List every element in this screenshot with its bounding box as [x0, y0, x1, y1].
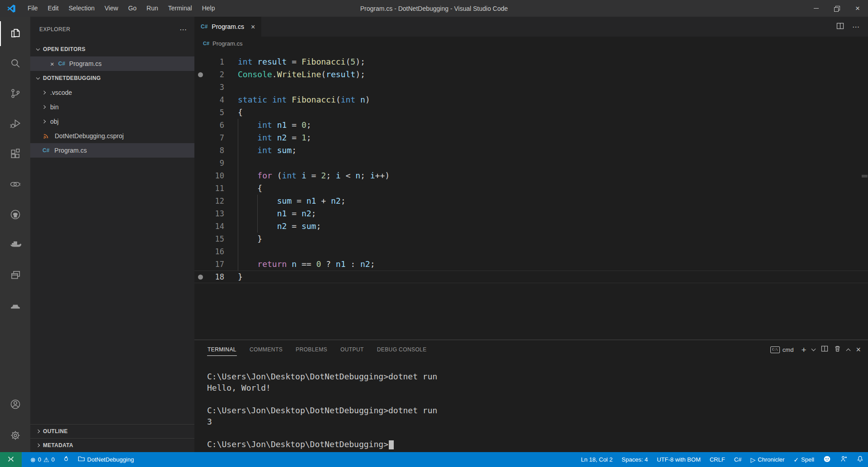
maximize-panel-icon[interactable] — [846, 348, 851, 353]
sidebar-item-obj[interactable]: obj — [30, 114, 194, 129]
breakpoint-gutter[interactable] — [194, 271, 206, 283]
breakpoint-gutter[interactable] — [194, 169, 206, 182]
panel-tab-problems[interactable]: PROBLEMS — [295, 342, 328, 357]
explorer-activity-button[interactable] — [0, 19, 30, 49]
outline-section-header[interactable]: OUTLINE — [30, 424, 194, 438]
code-line-17[interactable]: 17 return n == 0 ? n1 : n2; — [194, 258, 868, 271]
split-editor-icon[interactable] — [836, 23, 844, 31]
workspace-status[interactable]: DotNetDebugging — [74, 452, 138, 467]
panel-tab-terminal[interactable]: TERMINAL — [207, 342, 237, 357]
remote-indicator[interactable] — [0, 452, 22, 467]
code-line-10[interactable]: 10 for (int i = 2; i < n; i++) — [194, 169, 868, 182]
terminal-dropdown-icon[interactable] — [811, 347, 816, 351]
breakpoint-gutter[interactable] — [194, 220, 206, 233]
browser-preview-activity-button[interactable] — [0, 261, 30, 291]
menu-run[interactable]: Run — [142, 0, 163, 17]
breakpoint-gutter[interactable] — [194, 68, 206, 81]
workspace-section-header[interactable]: DOTNETDEBUGGING — [30, 71, 194, 85]
spell-status[interactable]: ✓ Spell — [789, 452, 819, 467]
chronicler-status[interactable]: ▷ Chronicler — [746, 452, 789, 467]
code-line-14[interactable]: 14 n2 = sum; — [194, 220, 868, 233]
breakpoint-gutter[interactable] — [194, 207, 206, 220]
breakpoint-gutter[interactable] — [194, 157, 206, 169]
accounts-button[interactable] — [0, 390, 30, 420]
notifications-status[interactable] — [852, 452, 868, 467]
github-status[interactable] — [819, 452, 835, 467]
breakpoint-gutter[interactable] — [194, 131, 206, 144]
close-panel-icon[interactable]: × — [856, 346, 861, 353]
indentation-status[interactable]: Spaces: 4 — [617, 452, 652, 467]
new-terminal-icon[interactable]: + — [801, 346, 806, 354]
tab-program-cs[interactable]: C# Program.cs × — [194, 17, 261, 37]
encoding-status[interactable]: UTF-8 with BOM — [652, 452, 705, 467]
extensions-activity-button[interactable] — [0, 140, 30, 170]
docker-activity-button[interactable] — [0, 230, 30, 261]
flame-status[interactable] — [59, 452, 74, 467]
breakpoint-gutter[interactable] — [194, 245, 206, 258]
source-control-activity-button[interactable] — [0, 79, 30, 109]
problems-status[interactable]: ⊗ 0 ⚠ 0 — [26, 452, 59, 467]
close-window-button[interactable]: × — [847, 0, 868, 17]
code-line-12[interactable]: 12 sum = n1 + n2; — [194, 195, 868, 207]
panel-tab-debug-console[interactable]: DEBUG CONSOLE — [377, 342, 427, 357]
code-line-18[interactable]: 18} — [194, 271, 868, 283]
menu-help[interactable]: Help — [197, 0, 220, 17]
menu-edit[interactable]: Edit — [43, 0, 64, 17]
menu-file[interactable]: File — [23, 0, 43, 17]
menu-selection[interactable]: Selection — [64, 0, 100, 17]
breakpoint-gutter[interactable] — [194, 182, 206, 195]
breakpoint-gutter[interactable] — [194, 258, 206, 271]
sidebar-item-bin[interactable]: bin — [30, 100, 194, 114]
sidebar-item-program-cs[interactable]: C#Program.cs — [30, 143, 194, 158]
breakpoint-gutter[interactable] — [194, 233, 206, 245]
close-tab-icon[interactable]: × — [251, 23, 255, 30]
code-line-6[interactable]: 6 int n1 = 0; — [194, 119, 868, 131]
panel-tab-output[interactable]: OUTPUT — [340, 342, 364, 357]
code-line-16[interactable]: 16 — [194, 245, 868, 258]
breakpoint-gutter[interactable] — [194, 106, 206, 119]
settings-button[interactable] — [0, 421, 30, 451]
menu-terminal[interactable]: Terminal — [163, 0, 197, 17]
search-activity-button[interactable] — [0, 49, 30, 79]
code-line-15[interactable]: 15 } — [194, 233, 868, 245]
code-line-5[interactable]: 5{ — [194, 106, 868, 119]
code-editor[interactable]: 1int result = Fibonacci(5);2Console.Writ… — [194, 50, 868, 340]
split-terminal-icon[interactable] — [821, 346, 828, 354]
language-status[interactable]: C# — [730, 452, 746, 467]
open-editor-item-program-cs[interactable]: × C# Program.cs — [30, 56, 194, 71]
hat-extension-activity-button[interactable] — [0, 291, 30, 321]
cursor-position-status[interactable]: Ln 18, Col 2 — [576, 452, 617, 467]
restore-button[interactable] — [826, 0, 847, 17]
terminal-output[interactable]: C:\Users\Jon\Desktop\DotNetDebugging>dot… — [194, 359, 868, 452]
run-and-debug-activity-button[interactable] — [0, 109, 30, 140]
breakpoint-gutter[interactable] — [194, 81, 206, 93]
feedback-status[interactable] — [835, 452, 852, 467]
eol-status[interactable]: CRLF — [705, 452, 730, 467]
menu-go[interactable]: Go — [123, 0, 142, 17]
breadcrumb[interactable]: C# Program.cs — [194, 37, 868, 50]
breakpoint-gutter[interactable] — [194, 93, 206, 106]
code-line-1[interactable]: 1int result = Fibonacci(5); — [194, 56, 868, 68]
panel-tab-comments[interactable]: COMMENTS — [249, 342, 283, 357]
terminal-shell-chip[interactable]: C:\ cmd — [770, 346, 794, 353]
knot-extension-activity-button[interactable] — [0, 170, 30, 200]
code-line-4[interactable]: 4static int Fibonacci(int n) — [194, 93, 868, 106]
code-line-9[interactable]: 9 — [194, 157, 868, 169]
code-line-13[interactable]: 13 n1 = n2; — [194, 207, 868, 220]
breakpoint-gutter[interactable] — [194, 195, 206, 207]
github-activity-button[interactable] — [0, 200, 30, 230]
metadata-section-header[interactable]: METADATA — [30, 438, 194, 452]
breakpoint-gutter[interactable] — [194, 144, 206, 157]
sidebar-item-dotnetdebugging-csproj[interactable]: DotNetDebugging.csproj — [30, 129, 194, 143]
editor-more-actions-icon[interactable]: ⋯ — [852, 23, 860, 31]
code-line-3[interactable]: 3 — [194, 81, 868, 93]
more-actions-icon[interactable]: ⋯ — [179, 25, 187, 34]
close-editor-icon[interactable]: × — [50, 61, 54, 67]
menu-view[interactable]: View — [99, 0, 123, 17]
code-line-7[interactable]: 7 int n2 = 1; — [194, 131, 868, 144]
code-line-11[interactable]: 11 { — [194, 182, 868, 195]
open-editors-section-header[interactable]: OPEN EDITORS — [30, 42, 194, 56]
code-line-2[interactable]: 2Console.WriteLine(result); — [194, 68, 868, 81]
code-line-8[interactable]: 8 int sum; — [194, 144, 868, 157]
breakpoint-gutter[interactable] — [194, 119, 206, 131]
